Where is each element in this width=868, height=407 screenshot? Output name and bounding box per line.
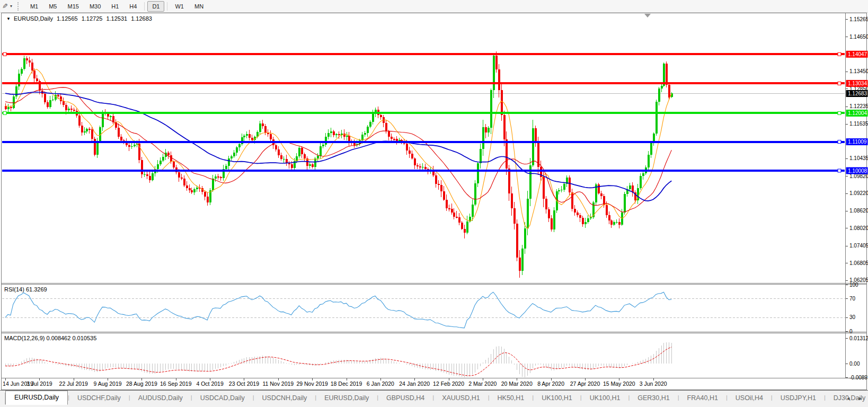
candlesticks [5, 51, 673, 278]
svg-text:1.10435: 1.10435 [849, 155, 868, 161]
svg-text:3 Jun 2020: 3 Jun 2020 [640, 381, 667, 387]
tab-eurusd-daily[interactable]: EURUSD,Daily [5, 391, 68, 405]
tab-usdchf-daily[interactable]: USDCHF,Daily [69, 392, 129, 404]
hline-handle[interactable] [3, 111, 6, 114]
svg-text:1.12683: 1.12683 [848, 91, 867, 96]
tabs-scroll-left-icon[interactable]: ◄ [846, 396, 851, 401]
svg-text:1.08020: 1.08020 [849, 225, 868, 231]
svg-text:29 Nov 2019: 29 Nov 2019 [296, 381, 328, 387]
tab-uk100-h1[interactable]: UK100,H1 [582, 392, 628, 404]
svg-text:4 Oct 2019: 4 Oct 2019 [196, 381, 224, 387]
svg-text:1.12235: 1.12235 [849, 103, 868, 109]
chart-tab-bar: EURUSD,Daily|USDCHF,Daily|AUDUSD,Daily|U… [0, 390, 868, 407]
date-axis[interactable]: 14 Jun 20193 Jul 201922 Jul 20199 Aug 20… [3, 378, 667, 387]
svg-text:1.06805: 1.06805 [849, 260, 868, 266]
svg-text:24 Jan 2020: 24 Jan 2020 [399, 381, 430, 387]
tab-usdjpy-h1[interactable]: USDJPY,H1 [773, 392, 824, 404]
svg-text:1.10008: 1.10008 [848, 168, 867, 174]
hline-handle[interactable] [3, 52, 6, 56]
macd-signal-line [5, 347, 671, 376]
svg-text:23 Oct 2019: 23 Oct 2019 [229, 381, 259, 387]
svg-text:30: 30 [849, 314, 856, 320]
main-price-pane[interactable] [2, 51, 845, 278]
chart-title: ▼ EURUSD,Daily 1.12565 1.12725 1.12531 1… [6, 15, 152, 22]
tab-fra40-h1[interactable]: FRA40,H1 [679, 392, 726, 404]
tab-hk50-h1[interactable]: HK50,H1 [490, 392, 533, 404]
svg-text:1.08620: 1.08620 [849, 208, 868, 214]
tab-usdcnh-daily[interactable]: USDCNH,Daily [254, 392, 315, 404]
tab-eurusd-daily[interactable]: EURUSD,Daily [316, 392, 377, 404]
tab-usdcad-daily[interactable]: USDCAD,Daily [192, 392, 253, 404]
svg-text:100: 100 [849, 282, 858, 288]
hline-handle[interactable] [838, 140, 841, 144]
svg-text:8 Apr 2020: 8 Apr 2020 [537, 381, 564, 387]
svg-text:6 Jan 2020: 6 Jan 2020 [367, 381, 394, 387]
tab-gbpusd-h4[interactable]: GBPUSD,H4 [378, 392, 432, 404]
svg-text:1.11009: 1.11009 [848, 139, 867, 145]
collapse-triangle-icon[interactable]: ▼ [6, 16, 11, 21]
svg-text:1.14650: 1.14650 [849, 34, 868, 40]
svg-text:1.11635: 1.11635 [849, 121, 868, 127]
svg-text:0.00: 0.00 [849, 361, 860, 367]
svg-text:1.15265: 1.15265 [849, 16, 868, 22]
chart-shift-marker-icon[interactable] [644, 14, 651, 17]
svg-text:3 Jul 2019: 3 Jul 2019 [26, 381, 52, 387]
rsi-pane[interactable] [2, 292, 845, 328]
tab-xauusd-h1[interactable]: XAUUSD,H1 [434, 392, 488, 404]
ohlc-close: 1.12683 [131, 15, 152, 22]
price-chart-canvas[interactable]: 1.152651.146501.134501.128501.122351.116… [0, 0, 868, 407]
svg-text:-0.008933: -0.008933 [849, 375, 868, 381]
moving-average-55 [5, 92, 671, 201]
tab-scroll-arrows: ◄ ► [846, 396, 863, 401]
svg-text:11 Nov 2019: 11 Nov 2019 [262, 381, 294, 387]
rsi-line [5, 292, 671, 328]
svg-text:0.013121: 0.013121 [849, 335, 868, 341]
macd-label: MACD(12,26,9) 0.008462 0.010535 [4, 335, 96, 341]
chart-symbol-period: EURUSD,Daily [14, 15, 53, 22]
price-axis[interactable]: 1.152651.146501.134501.128501.122351.116… [846, 16, 868, 381]
tab-audusd-daily[interactable]: AUDUSD,Daily [130, 392, 191, 404]
svg-text:18 Dec 2019: 18 Dec 2019 [331, 381, 362, 387]
tabs-scroll-right-icon[interactable]: ► [858, 396, 863, 401]
tab-stub [0, 393, 5, 404]
svg-text:28 Aug 2019: 28 Aug 2019 [126, 381, 157, 387]
svg-text:9 Aug 2019: 9 Aug 2019 [93, 381, 121, 387]
ohlc-low: 1.12531 [106, 15, 127, 22]
panel-borders [2, 13, 867, 390]
svg-text:20 Mar 2020: 20 Mar 2020 [501, 381, 533, 387]
svg-text:16 Sep 2019: 16 Sep 2019 [160, 381, 192, 387]
hline-handle[interactable] [838, 169, 841, 172]
ohlc-open: 1.12565 [57, 15, 78, 22]
ohlc-high: 1.12725 [82, 15, 103, 22]
svg-text:1.14047: 1.14047 [848, 51, 867, 57]
svg-text:1.12004: 1.12004 [848, 110, 867, 116]
svg-text:12 Feb 2020: 12 Feb 2020 [433, 381, 464, 387]
hline-handle[interactable] [838, 111, 841, 114]
tab-usoil-h4[interactable]: USOil,H4 [728, 392, 771, 404]
svg-text:1.13450: 1.13450 [849, 68, 868, 74]
svg-text:0: 0 [849, 329, 853, 334]
svg-text:1.07405: 1.07405 [849, 243, 868, 249]
tab-ger30-h1[interactable]: GER30,H1 [630, 392, 677, 404]
chart-tabs: EURUSD,Daily|USDCHF,Daily|AUDUSD,Daily|U… [5, 391, 868, 405]
svg-text:27 Apr 2020: 27 Apr 2020 [570, 381, 600, 387]
svg-text:15 May 2020: 15 May 2020 [603, 381, 635, 387]
hline-handle[interactable] [838, 82, 841, 85]
hline-handle[interactable] [838, 52, 841, 56]
svg-text:70: 70 [849, 296, 856, 302]
svg-text:22 Jul 2019: 22 Jul 2019 [59, 381, 88, 387]
svg-text:1.09220: 1.09220 [849, 190, 868, 196]
svg-text:1.13034: 1.13034 [848, 81, 867, 86]
tab-uk100-h1[interactable]: UK100,H1 [534, 392, 580, 404]
macd-pane[interactable] [5, 342, 672, 377]
rsi-label: RSI(14) 61.3269 [4, 286, 47, 293]
svg-text:2 Mar 2020: 2 Mar 2020 [468, 381, 497, 387]
